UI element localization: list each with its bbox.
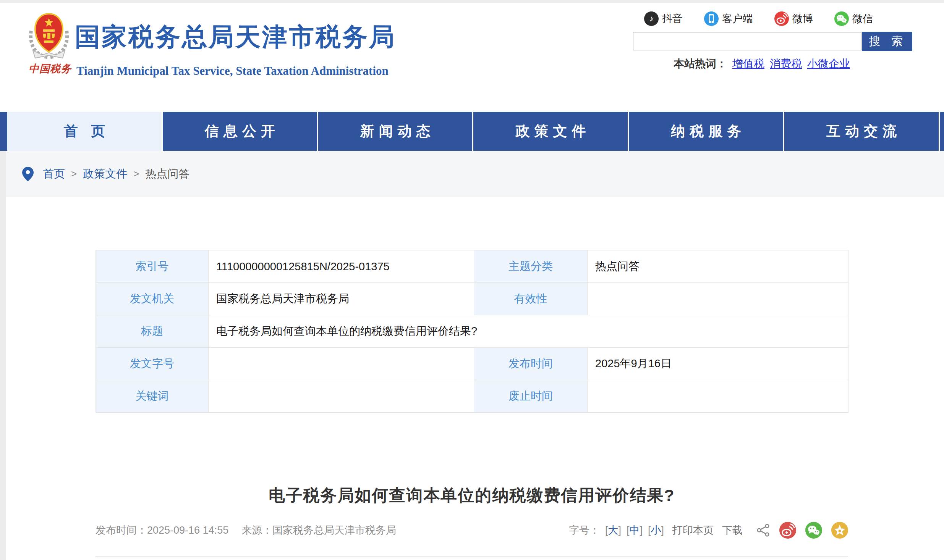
social-wechat-label: 微信 xyxy=(852,12,873,26)
hot-words-label: 本站热词： xyxy=(674,56,727,71)
share-wechat-icon[interactable] xyxy=(805,522,822,539)
info-label-validity: 有效性 xyxy=(474,283,588,315)
info-value-publish-date: 2025年9月16日 xyxy=(588,348,848,380)
info-label-document-number: 发文字号 xyxy=(96,348,209,380)
breadcrumb-policy-documents[interactable]: 政策文件 xyxy=(83,166,127,182)
content-divider xyxy=(96,556,848,557)
hot-words: 本站热词： 增值税 消费税 小微企业 xyxy=(674,56,850,71)
publish-time-label: 发布时间： xyxy=(96,524,147,536)
info-value-topic-category: 热点问答 xyxy=(588,250,848,283)
mobile-app-icon xyxy=(704,11,719,26)
share-icon[interactable] xyxy=(756,523,770,537)
breadcrumb-home[interactable]: 首页 xyxy=(43,166,65,182)
article-meta-row: 发布时间：2025-09-16 14:55来源：国家税务总局天津市税务局 字号：… xyxy=(96,518,848,543)
tax-emblem-icon xyxy=(25,11,73,60)
table-row: 标题 电子税务局如何查询本单位的纳税缴费信用评价结果? xyxy=(96,315,848,348)
nav-item-tax-services[interactable]: 纳税服务 xyxy=(629,112,784,151)
weibo-icon xyxy=(774,11,789,26)
search-button[interactable]: 搜 索 xyxy=(862,32,912,51)
source-value: 国家税务总局天津市税务局 xyxy=(272,524,396,536)
site-header: 中国税务 国家税务总局天津市税务局 Tianjin Municipal Tax … xyxy=(0,3,944,112)
table-row: 索引号 11100000000125815N/2025-01375 主题分类 热… xyxy=(96,250,848,283)
breadcrumb-bar: 首页 > 政策文件 > 热点问答 xyxy=(0,151,944,197)
top-strip xyxy=(0,0,944,3)
info-value-validity xyxy=(588,283,848,315)
social-app-label: 客户端 xyxy=(722,12,753,26)
info-label-index-number: 索引号 xyxy=(96,250,209,283)
info-label-publish-date: 发布时间 xyxy=(474,348,588,380)
hot-word-link-vat[interactable]: 增值税 xyxy=(732,56,764,71)
font-size-medium[interactable]: [中] xyxy=(627,523,643,537)
article-meta: 发布时间：2025-09-16 14:55来源：国家税务总局天津市税务局 xyxy=(96,523,396,537)
nav-item-interaction[interactable]: 互动交流 xyxy=(784,112,940,151)
share-favorite-star-icon[interactable] xyxy=(831,522,848,539)
breadcrumb-separator: > xyxy=(133,168,139,180)
document-info-table: 索引号 11100000000125815N/2025-01375 主题分类 热… xyxy=(96,250,848,413)
breadcrumb-separator: > xyxy=(71,168,77,180)
info-value-issuing-agency: 国家税务总局天津市税务局 xyxy=(209,283,474,315)
table-row: 发文机关 国家税务总局天津市税务局 有效性 xyxy=(96,283,848,315)
info-value-repeal-date xyxy=(588,380,848,413)
source-label: 来源： xyxy=(241,524,272,536)
article-title: 电子税务局如何查询本单位的纳税缴费信用评价结果? xyxy=(96,484,848,507)
social-row: ♪ 抖音 客户端 xyxy=(644,11,873,26)
page: 中国税务 国家税务总局天津市税务局 Tianjin Municipal Tax … xyxy=(0,0,944,560)
info-value-keywords xyxy=(209,380,474,413)
social-douyin-label: 抖音 xyxy=(662,12,683,26)
info-label-keywords: 关键词 xyxy=(96,380,209,413)
info-label-title: 标题 xyxy=(96,315,209,348)
social-douyin[interactable]: ♪ 抖音 xyxy=(644,11,683,26)
info-label-issuing-agency: 发文机关 xyxy=(96,283,209,315)
wechat-icon xyxy=(834,11,849,26)
download-link[interactable]: 下载 xyxy=(722,523,743,537)
breadcrumb-current: 热点问答 xyxy=(145,166,189,182)
info-label-topic-category: 主题分类 xyxy=(474,250,588,283)
site-subtitle: Tianjin Municipal Tax Service, State Tax… xyxy=(76,64,389,78)
nav-item-home[interactable]: 首 页 xyxy=(7,112,163,151)
logo-caption: 中国税务 xyxy=(25,62,75,76)
search-input[interactable] xyxy=(633,32,861,50)
social-weibo-label: 微博 xyxy=(792,12,813,26)
social-wechat[interactable]: 微信 xyxy=(834,11,873,26)
hot-word-link-consumption-tax[interactable]: 消费税 xyxy=(770,56,802,71)
main-nav: 首 页 信息公开 新闻动态 政策文件 纳税服务 互动交流 xyxy=(0,112,944,151)
print-page-link[interactable]: 打印本页 xyxy=(672,523,714,537)
social-app-client[interactable]: 客户端 xyxy=(704,11,753,26)
font-size-small[interactable]: [小] xyxy=(648,523,664,537)
breadcrumb: 首页 > 政策文件 > 热点问答 xyxy=(22,151,189,197)
social-weibo[interactable]: 微博 xyxy=(774,11,813,26)
nav-item-policy-documents[interactable]: 政策文件 xyxy=(473,112,629,151)
content-card: 索引号 11100000000125815N/2025-01375 主题分类 热… xyxy=(6,197,944,560)
location-pin-icon xyxy=(22,167,34,181)
site-logo: 中国税务 xyxy=(25,11,75,76)
nav-item-info-disclosure[interactable]: 信息公开 xyxy=(163,112,318,151)
article-toolbar: 字号： [大][中][小] 打印本页 下载 xyxy=(569,522,848,539)
info-label-repeal-date: 废止时间 xyxy=(474,380,588,413)
share-weibo-icon[interactable] xyxy=(779,522,796,539)
info-value-document-number xyxy=(209,348,474,380)
table-row: 发文字号 发布时间 2025年9月16日 xyxy=(96,348,848,380)
info-value-title: 电子税务局如何查询本单位的纳税缴费信用评价结果? xyxy=(209,315,848,348)
site-title: 国家税务总局天津市税务局 xyxy=(75,20,396,54)
left-gutter xyxy=(0,151,6,560)
font-size-large[interactable]: [大] xyxy=(605,523,621,537)
nav-item-news[interactable]: 新闻动态 xyxy=(318,112,474,151)
publish-time-value: 2025-09-16 14:55 xyxy=(147,524,228,536)
info-value-index-number: 11100000000125815N/2025-01375 xyxy=(209,250,474,283)
font-size-label: 字号： xyxy=(569,523,600,537)
douyin-icon: ♪ xyxy=(644,11,659,26)
hot-word-link-small-business[interactable]: 小微企业 xyxy=(807,56,850,71)
table-row: 关键词 废止时间 xyxy=(96,380,848,413)
